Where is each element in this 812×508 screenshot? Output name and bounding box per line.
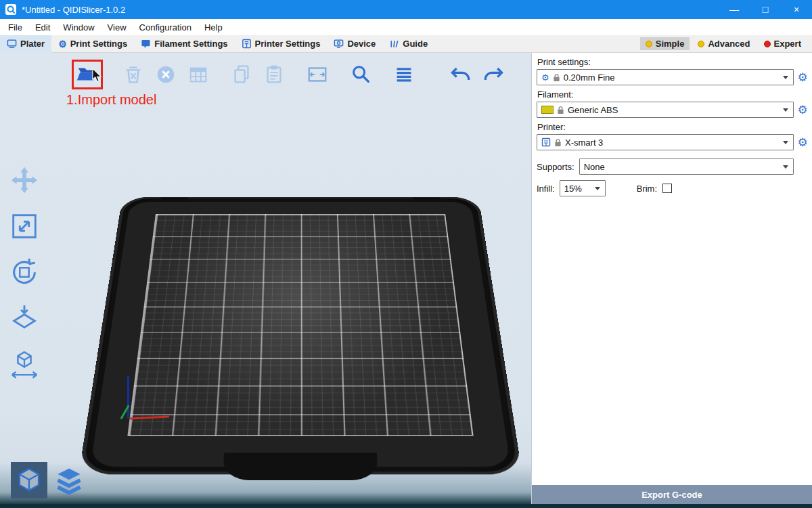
printer-combo[interactable]: X-smart 3	[537, 134, 794, 150]
preview-view-button[interactable]	[53, 465, 85, 497]
filament-label: Filament:	[537, 89, 807, 100]
bed-base	[78, 197, 522, 475]
minimize-button[interactable]: —	[719, 0, 750, 19]
mode-advanced[interactable]: Advanced	[692, 37, 755, 50]
brim-checkbox[interactable]	[662, 184, 672, 193]
tab-plater-label: Plater	[20, 39, 45, 49]
status-strip	[0, 504, 812, 508]
delete-button[interactable]	[120, 62, 146, 87]
printer-gear-button[interactable]: ⚙	[795, 135, 810, 150]
split-button[interactable]	[304, 62, 330, 87]
dropdown-arrow-icon[interactable]	[779, 70, 792, 84]
3d-cube-icon	[15, 466, 43, 494]
layer-lines-icon	[392, 63, 415, 86]
filament-icon	[141, 39, 151, 49]
variable-layer-height-button[interactable]	[391, 62, 417, 87]
dropdown-arrow-icon[interactable]	[779, 103, 792, 117]
measure-tool-button[interactable]	[8, 348, 41, 381]
print-settings-combo[interactable]: ⚙ 0.20mm Fine	[537, 69, 794, 85]
infill-value: 15%	[564, 184, 582, 194]
infill-label: Infill:	[537, 184, 555, 194]
infill-combo[interactable]: 15%	[560, 180, 606, 196]
z-axis-indicator	[127, 376, 129, 418]
menu-configuration[interactable]: Configuration	[138, 21, 193, 34]
menu-window[interactable]: Window	[62, 21, 95, 34]
settings-panel: Print settings: ⚙ 0.20mm Fine ⚙ Filament…	[531, 53, 812, 508]
tab-printer-settings[interactable]: Printer Settings	[235, 35, 328, 53]
filament-value: Generic ABS	[568, 105, 618, 115]
printer-mini-icon	[541, 137, 551, 147]
menu-view[interactable]: View	[106, 21, 128, 34]
move-tool-button[interactable]	[8, 164, 41, 196]
print-bed	[78, 197, 522, 475]
place-on-face-tool-button[interactable]	[8, 302, 41, 335]
menu-file[interactable]: File	[7, 21, 24, 34]
window-title: *Untitled - QIDISlicer-1.0.2	[22, 5, 125, 15]
3d-viewport[interactable]: 1.Import model	[0, 53, 531, 508]
tab-plater[interactable]: Plater	[0, 35, 51, 53]
mode-simple[interactable]: Simple	[640, 37, 690, 50]
dropdown-arrow-icon[interactable]	[779, 135, 792, 149]
redo-button[interactable]	[480, 62, 506, 87]
copy-icon	[230, 63, 253, 86]
qidislicer-window: *Untitled - QIDISlicer-1.0.2 — □ × File …	[0, 0, 812, 508]
tab-device-label: Device	[347, 39, 376, 49]
mode-expert-label: Expert	[774, 39, 801, 49]
menu-edit[interactable]: Edit	[34, 21, 51, 34]
tab-print-settings-label: Print Settings	[70, 39, 128, 49]
device-icon	[334, 39, 344, 49]
export-gcode-button[interactable]: Export G-code	[532, 485, 812, 504]
print-settings-value: 0.20mm Fine	[564, 72, 615, 83]
close-button[interactable]: ×	[781, 0, 812, 19]
cursor-pointer-icon	[91, 68, 102, 85]
move-icon	[9, 165, 40, 196]
delete-all-button[interactable]	[153, 62, 179, 87]
mode-advanced-label: Advanced	[708, 39, 750, 49]
search-button[interactable]	[348, 62, 374, 87]
lock-icon	[557, 106, 564, 114]
menu-help[interactable]: Help	[203, 21, 224, 34]
bed-grid-surface	[127, 214, 473, 436]
supports-combo[interactable]: None	[579, 158, 794, 175]
editor-view-button[interactable]	[11, 462, 47, 499]
paste-icon	[263, 63, 286, 86]
printer-icon	[242, 39, 252, 49]
advanced-mode-icon	[698, 41, 704, 47]
lock-icon	[554, 138, 562, 147]
filament-color-swatch	[541, 106, 554, 114]
tab-filament-settings[interactable]: Filament Settings	[134, 35, 234, 53]
import-annotation: 1.Import model	[66, 92, 156, 108]
copy-button[interactable]	[229, 62, 254, 87]
tab-print-settings[interactable]: ⚙ Print Settings	[51, 35, 134, 53]
filament-gear-button[interactable]: ⚙	[795, 103, 810, 117]
undo-button[interactable]	[448, 62, 474, 87]
measure-icon	[9, 349, 40, 380]
scale-tool-button[interactable]	[8, 210, 41, 242]
maximize-button[interactable]: □	[750, 0, 781, 19]
expert-mode-icon	[764, 41, 771, 47]
mode-simple-label: Simple	[656, 39, 685, 49]
tab-device[interactable]: Device	[327, 35, 382, 53]
place-on-face-icon	[9, 303, 40, 334]
printer-label: Printer:	[537, 122, 807, 132]
window-controls: — □ ×	[719, 0, 812, 19]
dropdown-arrow-icon[interactable]	[779, 160, 792, 173]
supports-label: Supports:	[537, 162, 574, 172]
printer-value: X-smart 3	[565, 137, 603, 148]
undo-icon	[449, 63, 473, 86]
mode-expert[interactable]: Expert	[759, 37, 807, 50]
filament-combo[interactable]: Generic ABS	[537, 102, 794, 118]
paste-button[interactable]	[261, 62, 287, 87]
rotate-icon	[9, 257, 40, 288]
print-settings-gear-button[interactable]: ⚙	[795, 70, 810, 85]
circle-x-icon	[154, 63, 177, 86]
tab-bar: Plater ⚙ Print Settings Filament Setting…	[0, 35, 812, 53]
arrange-button[interactable]	[185, 62, 211, 87]
plater-icon	[7, 39, 17, 49]
search-icon	[349, 63, 372, 86]
dropdown-arrow-icon[interactable]	[591, 182, 604, 195]
rotate-tool-button[interactable]	[8, 256, 41, 289]
tab-guide[interactable]: Guide	[382, 35, 434, 53]
simple-mode-icon	[646, 41, 652, 47]
table-grid-icon	[187, 63, 210, 86]
